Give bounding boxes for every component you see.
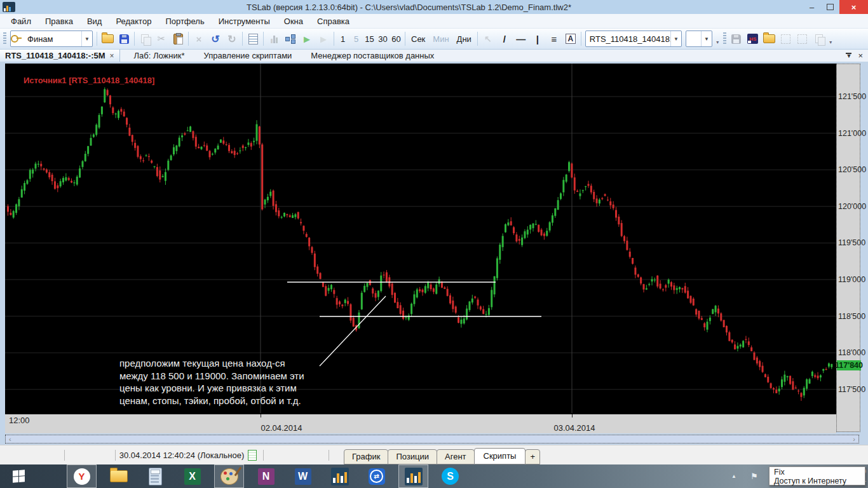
price-axis[interactable]: 121'500121'000120'500120'000119'500119'0… <box>836 64 860 432</box>
time-label: 12:00 <box>9 416 30 425</box>
tooltip-title: Fix <box>774 468 860 477</box>
timeframe-1-button[interactable]: 1 <box>336 32 349 46</box>
chart-canvas[interactable]: Источник1 [RTS_110418_140418] предположи… <box>5 64 836 414</box>
word-icon[interactable]: W <box>288 464 318 488</box>
chevron-down-icon[interactable]: ▼ <box>670 31 681 46</box>
time-tick <box>572 414 573 417</box>
taskbar-apps: YXNW⇄S <box>67 464 472 488</box>
skype-icon[interactable]: S <box>435 464 465 488</box>
hs-script-button[interactable]: HS <box>745 31 761 46</box>
close-icon[interactable]: × <box>858 51 863 60</box>
timeframe-30-button[interactable]: 30 <box>376 32 390 46</box>
menu-edit[interactable]: Правка <box>38 14 80 29</box>
unit-button: Мин <box>429 32 452 46</box>
menu-portfolio[interactable]: Портфель <box>158 14 211 29</box>
tray-expand-icon[interactable]: ▲ <box>728 464 740 488</box>
tab-script-manager[interactable]: Управление скриптами <box>199 50 297 62</box>
color-swatch <box>686 34 701 44</box>
tslab-icon[interactable] <box>325 464 355 488</box>
tab-label: Лаб: Ложник* <box>134 51 185 60</box>
tooltip-text: Доступ к Интернету <box>774 477 860 485</box>
menu-editor[interactable]: Редактор <box>109 14 158 29</box>
tab-chart[interactable]: График <box>344 449 388 464</box>
chart-horizontal-scrollbar[interactable]: ‹ › <box>5 435 859 444</box>
chart-view-button <box>266 31 281 46</box>
cursor-tool: ↖ <box>480 31 496 46</box>
window-title: TSLab (версия 1.2.13.0:64bit) - C:\Users… <box>15 3 803 12</box>
scroll-left-icon[interactable]: ‹ <box>9 435 11 443</box>
yandex-browser-icon[interactable]: Y <box>67 464 97 488</box>
tab-rts-chart[interactable]: RTS_110418_140418:-:5M× <box>0 50 120 62</box>
instrument-combo[interactable]: RTS_110418_140418:-▼ <box>585 30 682 47</box>
tab-add[interactable]: + <box>525 449 540 464</box>
time-tick <box>261 414 261 417</box>
teamviewer-icon[interactable]: ⇄ <box>362 464 391 488</box>
tray-tooltip: Fix Доступ к Интернету <box>769 466 865 485</box>
open-script-button[interactable] <box>762 31 777 46</box>
tslab-window: TSLab (версия 1.2.13.0:64bit) - C:\Users… <box>0 0 868 488</box>
close-icon[interactable]: × <box>110 51 114 60</box>
text-label-tool[interactable]: A <box>563 31 578 46</box>
unit-button[interactable]: Сек <box>407 32 429 46</box>
windows-taskbar: YXNW⇄S ▲ ⚑ ▪ 0 2014 Fix Доступ к Интерне… <box>0 464 868 488</box>
chevron-down-icon[interactable]: ▼ <box>81 31 92 46</box>
open-button[interactable] <box>100 31 115 46</box>
copy-block-button <box>811 31 827 46</box>
minimize-button[interactable]: – <box>803 0 821 14</box>
script-scheme-button[interactable] <box>283 31 298 46</box>
levels-tool[interactable]: ≡ <box>546 31 562 46</box>
price-tick-label: 119'500 <box>838 238 865 247</box>
unit-button[interactable]: Дни <box>453 32 475 46</box>
calculator-icon[interactable] <box>140 464 170 488</box>
tab-positions[interactable]: Позиции <box>388 449 437 464</box>
title-bar: TSLab (версия 1.2.13.0:64bit) - C:\Users… <box>0 0 868 14</box>
date-label: 03.04.2014 <box>549 423 600 433</box>
paint-icon[interactable] <box>214 464 244 488</box>
log-icon[interactable] <box>248 450 257 461</box>
key-icon <box>11 35 18 43</box>
excel-icon[interactable]: X <box>177 464 207 488</box>
menu-windows[interactable]: Окна <box>277 14 310 29</box>
menu-tools[interactable]: Инструменты <box>212 14 277 29</box>
tab-list-icon[interactable]: ▼ <box>846 53 851 58</box>
tab-scripts[interactable]: Скрипты <box>474 448 526 464</box>
scroll-right-icon[interactable]: › <box>853 435 855 443</box>
chevron-down-icon[interactable]: ▼ <box>701 31 712 46</box>
onenote-icon[interactable]: N <box>251 464 281 488</box>
status-separator <box>329 450 329 461</box>
price-tick-label: 120'500 <box>838 165 866 174</box>
tray-flag-icon[interactable]: ⚑ <box>749 464 760 488</box>
vline-tool[interactable]: | <box>530 31 545 46</box>
undo-button[interactable]: ↺ <box>208 31 223 46</box>
time-axis[interactable]: 12:0002.04.201403.04.2014 <box>5 414 836 433</box>
run-button[interactable]: ▶ <box>299 31 315 46</box>
color-combo[interactable]: ▼ <box>686 30 712 47</box>
status-separator <box>64 450 65 461</box>
timeframe-60-button[interactable]: 60 <box>390 32 403 46</box>
toolbar-overflow-icon[interactable]: ▾ <box>827 31 834 46</box>
toolbar-overflow-icon[interactable]: ▾ <box>714 31 721 46</box>
start-button[interactable] <box>5 464 32 488</box>
tab-lab[interactable]: Лаб: Ложник* <box>129 50 190 62</box>
tab-agent[interactable]: Агент <box>437 449 475 464</box>
tslab-icon-2[interactable] <box>398 464 428 488</box>
close-button[interactable]: × <box>839 0 868 14</box>
menu-view[interactable]: Вид <box>80 14 109 29</box>
menu-bar: ФайлПравкаВидРедакторПортфельИнструменты… <box>0 14 868 29</box>
menu-file[interactable]: Файл <box>4 14 38 29</box>
last-price-badge: 117'840 <box>837 360 861 370</box>
hline-tool[interactable]: — <box>513 31 529 46</box>
tab-data-providers[interactable]: Менеджер поставщиков данных <box>306 50 439 62</box>
paste-button[interactable] <box>170 31 186 46</box>
properties-button[interactable] <box>245 31 261 46</box>
file-explorer-icon[interactable] <box>104 464 133 488</box>
copy-button <box>137 31 153 46</box>
ungroup-button <box>795 31 810 46</box>
redo-button: ↻ <box>224 31 240 46</box>
save-button[interactable] <box>116 31 132 46</box>
restore-button[interactable] <box>821 0 839 14</box>
timeframe-15-button[interactable]: 15 <box>363 32 376 46</box>
data-provider-combo[interactable]: Финам▼ <box>10 30 93 47</box>
trendline-tool[interactable]: / <box>497 31 512 46</box>
menu-help[interactable]: Справка <box>310 14 356 29</box>
